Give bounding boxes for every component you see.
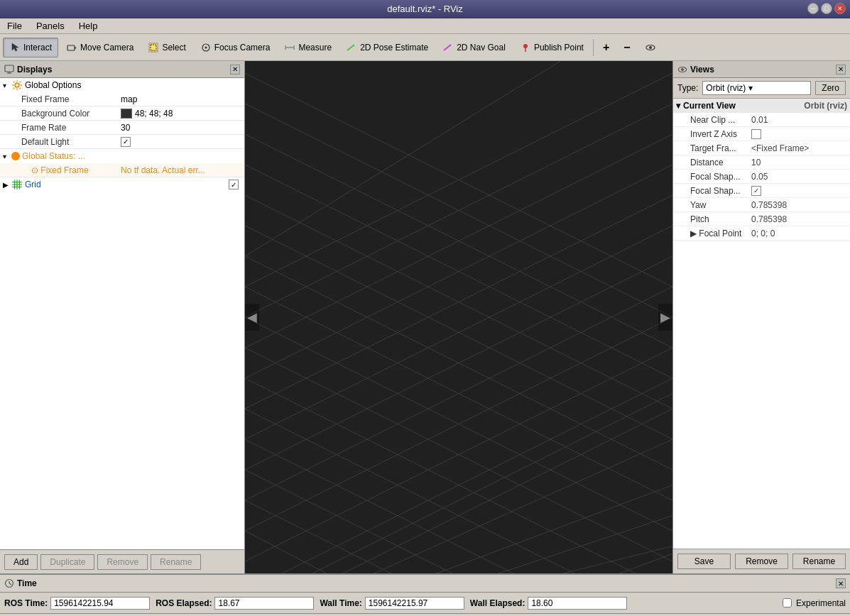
pose-estimate-button[interactable]: 2D Pose Estimate bbox=[339, 38, 435, 57]
focus-icon bbox=[200, 42, 212, 53]
menu-panels[interactable]: Panels bbox=[33, 20, 67, 32]
eye-panel-icon bbox=[677, 65, 687, 75]
main-layout: Displays ✕ ▾ bbox=[0, 61, 850, 573]
global-options-item[interactable]: ▾ Global Options bbox=[0, 78, 244, 92]
invert-z-label: Invert Z Axis bbox=[673, 129, 751, 139]
add-display-button[interactable]: Add bbox=[4, 554, 38, 570]
views-bottom-buttons: Save Remove Rename bbox=[673, 549, 850, 573]
nav-goal-button[interactable]: 2D Nav Goal bbox=[436, 38, 512, 57]
default-light-label: Default Light bbox=[0, 137, 121, 147]
remove-display-button[interactable]: Remove bbox=[97, 554, 148, 570]
experimental-container: Experimental bbox=[783, 598, 846, 608]
interact-button[interactable]: Interact bbox=[3, 38, 58, 57]
focal-shape-2-row[interactable]: Focal Shap... ✓ bbox=[673, 184, 850, 198]
fixed-frame-value: map bbox=[121, 94, 244, 104]
color-swatch bbox=[121, 109, 132, 119]
views-save-button[interactable]: Save bbox=[677, 554, 731, 569]
default-light-checkbox[interactable]: ✓ bbox=[121, 137, 131, 147]
default-light-row[interactable]: Default Light ✓ bbox=[0, 135, 244, 149]
current-view-toggle[interactable]: ▾ bbox=[676, 101, 680, 111]
focus-camera-button[interactable]: Focus Camera bbox=[194, 38, 277, 57]
target-frame-row[interactable]: Target Fra... <Fixed Frame> bbox=[673, 141, 850, 155]
distance-row[interactable]: Distance 10 bbox=[673, 155, 850, 170]
views-zero-button[interactable]: Zero bbox=[815, 81, 846, 95]
rename-display-button[interactable]: Rename bbox=[151, 554, 201, 570]
displays-tree: ▾ Global Options bbox=[0, 78, 244, 549]
eye-button[interactable] bbox=[638, 38, 663, 57]
focal-point-toggle[interactable]: ▶ bbox=[690, 229, 699, 238]
frame-rate-row[interactable]: Frame Rate 30 bbox=[0, 121, 244, 135]
global-status-item[interactable]: ▾ Global Status: ... bbox=[0, 149, 244, 163]
ros-elapsed-field: ROS Elapsed: bbox=[156, 597, 314, 610]
svg-rect-1 bbox=[67, 45, 75, 50]
window-title: default.rviz* - RViz bbox=[387, 4, 462, 14]
current-view-header[interactable]: ▾ Current View Orbit (rviz) bbox=[673, 99, 850, 113]
focal-shape-2-checkbox[interactable]: ✓ bbox=[751, 186, 761, 196]
displays-close-button[interactable]: ✕ bbox=[230, 65, 240, 75]
focal-shape-2-label: Focal Shap... bbox=[673, 186, 751, 196]
focal-shape-1-row[interactable]: Focal Shap... 0.05 bbox=[673, 170, 850, 184]
svg-point-14 bbox=[523, 44, 528, 48]
remove-tool-button[interactable]: − bbox=[617, 38, 636, 57]
minimize-button[interactable]: ─ bbox=[807, 3, 819, 14]
ros-time-input[interactable] bbox=[50, 597, 150, 610]
move-camera-button[interactable]: Move Camera bbox=[60, 38, 140, 57]
fixed-frame-status-text: No tf data. Actual err... bbox=[121, 165, 205, 175]
menu-help[interactable]: Help bbox=[76, 20, 101, 32]
invert-z-checkbox[interactable] bbox=[751, 129, 761, 139]
close-button[interactable]: ✕ bbox=[834, 3, 846, 14]
global-status-toggle[interactable]: ▾ bbox=[3, 153, 11, 160]
grid-item[interactable]: ▶ Grid ✓ bbox=[0, 177, 244, 192]
monitor-icon bbox=[4, 65, 14, 75]
select-button[interactable]: Select bbox=[141, 38, 192, 57]
views-tree: ▾ Current View Orbit (rviz) Near Clip ..… bbox=[673, 99, 850, 549]
grid-checkbox[interactable]: ✓ bbox=[229, 180, 239, 189]
grid-toggle[interactable]: ▶ bbox=[3, 181, 11, 189]
menu-bar: File Panels Help bbox=[0, 18, 850, 34]
focal-shape-1-label: Focal Shap... bbox=[673, 172, 751, 182]
target-frame-label: Target Fra... bbox=[673, 143, 751, 153]
yaw-value: 0.785398 bbox=[751, 200, 850, 210]
pose-estimate-label: 2D Pose Estimate bbox=[360, 43, 428, 53]
status-warning-icon bbox=[11, 152, 20, 160]
publish-point-button[interactable]: Publish Point bbox=[513, 38, 590, 57]
global-options-toggle[interactable]: ▾ bbox=[3, 82, 11, 89]
fixed-frame-status-row[interactable]: ⊙ Fixed Frame No tf data. Actual err... bbox=[0, 163, 244, 177]
focal-point-row[interactable]: ▶ Focal Point 0; 0; 0 bbox=[673, 226, 850, 241]
yaw-label: Yaw bbox=[673, 200, 751, 210]
yaw-row[interactable]: Yaw 0.785398 bbox=[673, 198, 850, 212]
views-type-dropdown[interactable]: Orbit (rviz) ▾ bbox=[702, 81, 811, 95]
duplicate-display-button[interactable]: Duplicate bbox=[40, 554, 94, 570]
views-remove-button[interactable]: Remove bbox=[735, 554, 788, 569]
background-color-value: 48; 48; 48 bbox=[121, 109, 244, 119]
time-panel-close-button[interactable]: ✕ bbox=[836, 578, 846, 588]
viewport[interactable]: ◀ ▶ bbox=[245, 61, 672, 573]
pitch-value: 0.785398 bbox=[751, 214, 850, 224]
invert-z-row[interactable]: Invert Z Axis bbox=[673, 127, 850, 141]
background-color-row[interactable]: Background Color 48; 48; 48 bbox=[0, 106, 244, 121]
menu-file[interactable]: File bbox=[4, 20, 25, 32]
time-panel-header: Time ✕ bbox=[0, 573, 850, 592]
pitch-row[interactable]: Pitch 0.785398 bbox=[673, 212, 850, 226]
wall-elapsed-input[interactable] bbox=[528, 597, 627, 610]
wall-elapsed-field: Wall Elapsed: bbox=[470, 597, 628, 610]
viewport-right-arrow[interactable]: ▶ bbox=[658, 304, 672, 331]
views-rename-button[interactable]: Rename bbox=[792, 554, 846, 569]
experimental-checkbox[interactable] bbox=[783, 598, 792, 607]
viewport-left-arrow[interactable]: ◀ bbox=[245, 304, 259, 331]
ros-time-label: ROS Time: bbox=[4, 598, 48, 608]
fixed-frame-row[interactable]: Fixed Frame map bbox=[0, 92, 244, 106]
svg-point-6 bbox=[205, 46, 207, 48]
ros-elapsed-input[interactable] bbox=[214, 597, 314, 610]
wall-time-input[interactable] bbox=[365, 597, 464, 610]
views-close-button[interactable]: ✕ bbox=[836, 65, 846, 75]
move-camera-label: Move Camera bbox=[80, 43, 134, 53]
svg-marker-2 bbox=[75, 47, 77, 49]
measure-button[interactable]: Measure bbox=[278, 38, 338, 57]
add-tool-button[interactable]: + bbox=[596, 38, 616, 57]
displays-panel-title: Displays bbox=[4, 65, 52, 75]
pitch-label: Pitch bbox=[673, 214, 751, 224]
near-clip-row[interactable]: Near Clip ... 0.01 bbox=[673, 113, 850, 127]
displays-panel: Displays ✕ ▾ bbox=[0, 61, 245, 573]
maximize-button[interactable]: □ bbox=[821, 3, 832, 14]
